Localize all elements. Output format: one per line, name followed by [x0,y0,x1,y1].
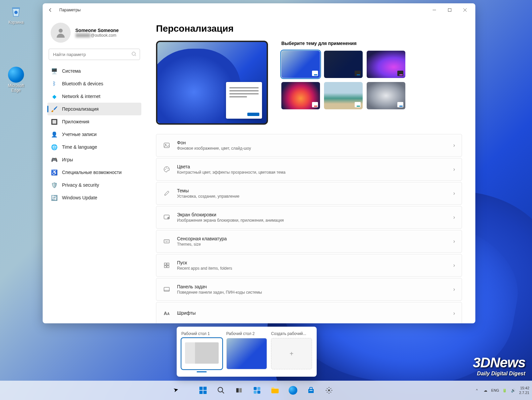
theme-tile-4[interactable] [281,82,320,109]
svg-rect-12 [164,263,166,265]
windows-icon [199,386,207,395]
keyboard-icon [163,238,170,245]
taskview-button[interactable] [231,382,247,398]
sidebar: Someone Someone xxxxxxx@outlook.com 🖥️Си… [43,17,146,323]
theme-tile-1[interactable] [281,51,320,78]
personalization-icon: 🖌️ [51,106,57,112]
svg-rect-18 [203,387,207,390]
virtual-desktop-1[interactable]: Рабочий стол 1 [181,331,222,372]
theme-header: Выберите тему для применения [281,41,405,46]
gear-icon [325,386,333,395]
svg-point-6 [165,169,166,170]
main-content: Персонализация Выберите тему для примене… [146,17,475,323]
maximize-button[interactable] [442,5,457,15]
taskbar-icon [163,286,170,293]
setting-lockscreen[interactable]: Экран блокировкиИзображения экрана блоки… [156,206,462,229]
nav-system[interactable]: 🖥️Система [47,65,141,77]
clock[interactable]: 15:42 2.7.21 [519,386,529,395]
window-title: Параметры [59,8,81,12]
search-icon [217,386,225,395]
virtual-desktop-2[interactable]: Рабочий стол 2 [226,331,267,372]
edge-icon [8,67,24,83]
svg-rect-16 [164,287,169,291]
taskbar: ^ ☁ ENG 🔋 🔊 15:42 2.7.21 [0,381,532,400]
setting-taskbar[interactable]: Панель задачПоведение панели задач, ПИН-… [156,278,462,301]
svg-point-2 [59,29,63,33]
explorer-button[interactable] [267,382,283,398]
nav-accessibility[interactable]: ♿Специальные возможности [47,166,141,179]
svg-rect-24 [254,387,257,390]
system-tray[interactable]: ^ ☁ ENG 🔋 🔊 15:42 2.7.21 [474,386,529,395]
setting-colors[interactable]: ЦветаКонтрастный цвет, эффекты прозрачно… [156,158,462,181]
desktop-thumbnail [181,338,222,369]
search-box [49,49,140,60]
folder-icon [271,386,279,395]
svg-point-30 [328,389,330,391]
setting-fonts[interactable]: AA Шрифты › [156,302,462,323]
chevron-right-icon: › [453,142,455,148]
svg-rect-13 [167,263,169,265]
new-desktop-thumbnail: + [271,338,312,369]
theme-tile-6[interactable] [367,82,405,109]
nav-time[interactable]: 🌐Time & language [47,141,141,153]
nav-personalization[interactable]: 🖌️Персонализация [47,103,141,115]
svg-rect-10 [168,218,169,219]
setting-touch-keyboard[interactable]: Сенсорная клавиатураThemes, size › [156,230,462,253]
watermark: 3DNews Daily Digital Digest [473,355,525,377]
back-button[interactable] [45,5,55,15]
system-icon: 🖥️ [51,68,57,74]
svg-rect-1 [448,9,451,12]
setting-themes[interactable]: ТемыУстановка, создание, управление › [156,182,462,205]
language-indicator[interactable]: ENG [491,388,499,392]
chevron-right-icon: › [453,262,455,268]
network-icon: ◆ [51,93,57,99]
minimize-button[interactable] [427,5,442,15]
image-icon [163,142,170,149]
edge-icon [289,386,297,395]
start-button[interactable] [195,382,211,398]
taskview-icon [235,386,243,395]
search-icon [131,51,137,58]
search-input[interactable] [49,49,140,60]
theme-tile-5[interactable] [324,82,363,109]
theme-tile-2[interactable] [324,51,363,78]
close-button[interactable] [457,5,473,15]
search-button[interactable] [213,382,229,398]
desktop-thumbnail [226,338,267,369]
apps-icon: 🔲 [51,119,57,125]
settings-button[interactable] [321,382,337,398]
task-view-popup: Рабочий стол 1 Рабочий стол 2 Создать ра… [177,327,317,377]
svg-rect-15 [167,266,169,268]
widgets-button[interactable] [249,382,265,398]
chevron-up-icon[interactable]: ^ [474,387,480,393]
nav-privacy[interactable]: 🛡️Privacy & security [47,179,141,191]
battery-icon[interactable]: 🔋 [502,387,508,393]
recycle-bin-icon [8,3,24,19]
setting-background[interactable]: ФонФоновое изображение, цвет, слайд-шоу … [156,134,462,157]
desktop-icon-edge[interactable]: Microsoft Edge [3,67,29,93]
store-button[interactable] [303,382,319,398]
svg-rect-4 [164,143,169,148]
nav-apps[interactable]: 🔲Приложения [47,115,141,128]
plus-icon: + [290,350,294,358]
svg-rect-19 [199,391,203,394]
desktop-icon-label: Microsoft Edge [3,83,29,93]
svg-rect-17 [199,387,203,390]
onedrive-icon[interactable]: ☁ [483,387,489,393]
volume-icon[interactable]: 🔊 [510,387,516,393]
setting-start[interactable]: ПускRecent apps and items, folders › [156,254,462,277]
nav-update[interactable]: 🔄Windows Update [47,191,141,204]
nav-accounts[interactable]: 👤Учетные записи [47,128,141,141]
svg-rect-28 [310,390,311,391]
chevron-right-icon: › [453,310,455,316]
nav-bluetooth[interactable]: ᛒBluetooth & devices [47,77,141,90]
svg-point-21 [218,387,223,392]
nav-network[interactable]: ◆Network & internet [47,90,141,103]
account-block[interactable]: Someone Someone xxxxxxx@outlook.com [51,23,141,43]
edge-button[interactable] [285,382,301,398]
nav-gaming[interactable]: 🎮Игры [47,153,141,166]
chevron-right-icon: › [453,286,455,292]
new-desktop-button[interactable]: Создать рабочий... + [271,331,312,372]
theme-tile-3[interactable] [367,51,405,78]
desktop-icon-recycle-bin[interactable]: Корзина [3,3,29,25]
